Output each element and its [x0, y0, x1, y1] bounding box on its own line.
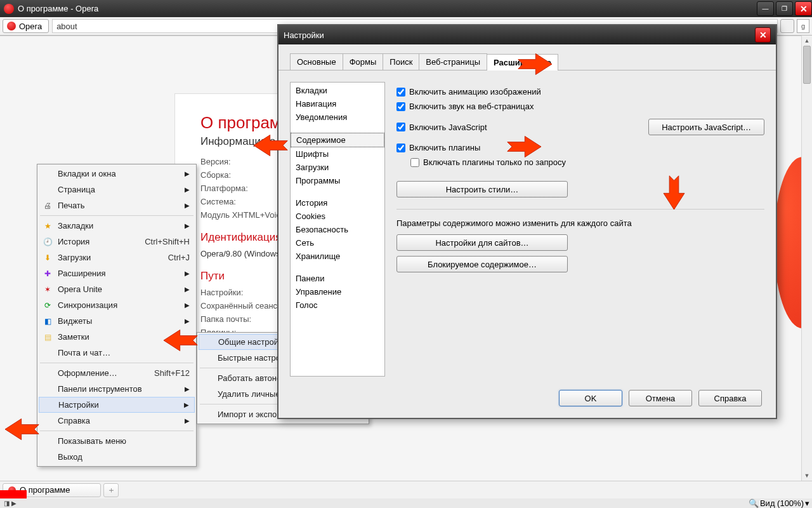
ok-button[interactable]: OK	[559, 390, 622, 406]
menu-item[interactable]: ⟳Синхронизация▶	[39, 297, 195, 313]
window-controls: — ❐ ✕	[755, 1, 812, 16]
status-bar: ◨ ▶ 🔍 Вид (100%) ▾	[0, 498, 812, 508]
category-item[interactable]: История	[291, 196, 384, 210]
menu-item-label: Вкладки и окна	[58, 169, 116, 178]
dialog-titlebar: Настройки ✕	[278, 25, 776, 44]
menu-shortcut: Shift+F12	[154, 368, 190, 378]
configure-js-button[interactable]: Настроить JavaScript…	[648, 119, 764, 135]
arrow-annotation	[506, 133, 541, 160]
content-panel: Включить анимацию изображений Включить з…	[396, 82, 764, 377]
dialog-tab[interactable]: Поиск	[383, 53, 419, 70]
submenu-arrow-icon: ▶	[185, 170, 190, 177]
reload-button[interactable]	[780, 19, 794, 33]
category-item[interactable]: Шрифты	[291, 147, 384, 161]
site-settings-button[interactable]: Настройки для сайтов…	[396, 234, 568, 251]
category-item[interactable]: Программы	[291, 174, 384, 187]
menu-item-label: Оформление…	[58, 368, 117, 378]
dialog-tab[interactable]: Веб-страницы	[419, 53, 487, 70]
menu-item[interactable]: Вкладки и окна▶	[39, 166, 195, 182]
maximize-button[interactable]: ❐	[776, 1, 793, 16]
menu-item-icon: ⬇	[43, 253, 53, 263]
category-item[interactable]: Голос	[291, 298, 384, 312]
minimize-button[interactable]: —	[757, 1, 774, 16]
zoom-in-icon[interactable]: 🔍	[749, 498, 759, 508]
dialog-close-button[interactable]: ✕	[755, 27, 771, 43]
enable-javascript-checkbox[interactable]: Включить JavaScript	[396, 123, 487, 132]
category-item[interactable]: Загрузки	[291, 161, 384, 174]
menu-item[interactable]: ✚Расширения▶	[39, 265, 195, 281]
menu-item[interactable]: Справка▶	[39, 413, 195, 429]
menu-item-icon: ⟳	[43, 300, 53, 311]
submenu-arrow-icon: ▶	[185, 385, 190, 392]
menu-item[interactable]: Настройки▶	[39, 397, 195, 413]
menu-item-icon: ◧	[43, 316, 53, 326]
blocked-content-button[interactable]: Блокируемое содержимое…	[396, 256, 568, 272]
category-item[interactable]: Сеть	[291, 236, 384, 250]
menu-item[interactable]: 🖨Печать▶	[39, 197, 195, 213]
menu-item[interactable]: Страница▶	[39, 182, 195, 197]
menu-separator	[40, 363, 193, 363]
scroll-up-icon[interactable]: ▲	[802, 36, 812, 46]
category-item[interactable]: Хранилище	[291, 250, 384, 263]
scroll-down-icon[interactable]: ▼	[802, 471, 812, 481]
category-item[interactable]: Вкладки	[291, 84, 384, 97]
panel-toggle-icon[interactable]: ◨	[3, 500, 10, 507]
play-icon[interactable]: ▶	[10, 500, 18, 507]
enable-animation-checkbox[interactable]: Включить анимацию изображений	[396, 87, 764, 97]
menu-item[interactable]: ★Закладки▶	[39, 218, 195, 234]
menu-item-label: Расширения	[58, 269, 106, 278]
menu-item-label: Выход	[58, 452, 82, 462]
dialog-tab[interactable]: Основные	[290, 53, 343, 70]
menu-item-icon: ★	[43, 221, 53, 231]
scrollbar-thumb[interactable]	[803, 46, 811, 84]
menu-shortcut: Ctrl+J	[168, 253, 190, 262]
configure-styles-button[interactable]: Настроить стили…	[396, 181, 568, 197]
category-item[interactable]: Содержимое	[291, 133, 384, 147]
help-button[interactable]: Справка	[698, 390, 762, 406]
menu-item-label: Opera Unite	[58, 284, 102, 294]
menu-item-label: Почта и чат…	[58, 348, 110, 358]
menu-item-label: Виджеты	[58, 316, 92, 326]
plugins-on-demand-checkbox[interactable]: Включать плагины только по запросу	[410, 157, 764, 167]
close-button[interactable]: ✕	[795, 1, 812, 16]
submenu-arrow-icon: ▶	[185, 202, 190, 209]
arrow-annotation	[5, 416, 40, 443]
menu-item-label: Загрузки	[58, 253, 91, 262]
dialog-title: Настройки	[284, 30, 324, 40]
menu-item[interactable]: 🕘ИсторияCtrl+Shift+H	[39, 234, 195, 250]
opera-menu-button[interactable]: Opera	[3, 19, 49, 33]
dialog-tab[interactable]: Формы	[343, 53, 384, 70]
category-item[interactable]: Безопасность	[291, 223, 384, 236]
menu-item[interactable]: Показывать меню	[39, 433, 195, 449]
opera-menu-label: Opera	[19, 22, 42, 31]
submenu-arrow-icon: ▶	[185, 186, 190, 193]
category-list[interactable]: ВкладкиНавигацияУведомленияСодержимоеШри…	[290, 82, 385, 377]
dialog-buttons: OK Отмена Справка	[559, 387, 762, 409]
vertical-scrollbar[interactable]: ▲ ▼	[801, 36, 812, 481]
search-dropdown[interactable]: g	[797, 19, 809, 33]
category-item[interactable]: Уведомления	[291, 110, 384, 124]
menu-item[interactable]: ✶Opera Unite▶	[39, 281, 195, 297]
menu-separator	[40, 431, 193, 431]
zoom-dropdown-icon[interactable]: ▾	[805, 498, 809, 508]
category-item[interactable]: Cookies	[291, 210, 384, 223]
cancel-button[interactable]: Отмена	[629, 390, 692, 406]
new-tab-button[interactable]: ＋	[103, 483, 119, 497]
category-item[interactable]: Навигация	[291, 97, 384, 110]
arrow-annotation	[254, 132, 289, 159]
arrow-annotation	[164, 327, 199, 354]
menu-item[interactable]: Оформление…Shift+F12	[39, 365, 195, 381]
menu-item-icon: ✶	[43, 284, 53, 295]
enable-sound-checkbox[interactable]: Включить звук на веб-страницах	[396, 102, 764, 111]
enable-plugins-checkbox[interactable]: Включить плагины	[396, 143, 764, 152]
menu-item[interactable]: Выход	[39, 449, 195, 465]
menu-item-label: Заметки	[58, 332, 89, 342]
menu-item-label: Синхронизация	[58, 300, 117, 310]
category-item[interactable]: Управление	[291, 285, 384, 298]
menu-item-label: Страница	[58, 185, 95, 194]
menu-item[interactable]: ⬇ЗагрузкиCtrl+J	[39, 250, 195, 265]
menu-item[interactable]: Панели инструментов▶	[39, 381, 195, 397]
menu-item-icon: ✚	[43, 269, 53, 279]
category-item[interactable]: Панели	[291, 272, 384, 285]
submenu-arrow-icon: ▶	[185, 302, 190, 309]
